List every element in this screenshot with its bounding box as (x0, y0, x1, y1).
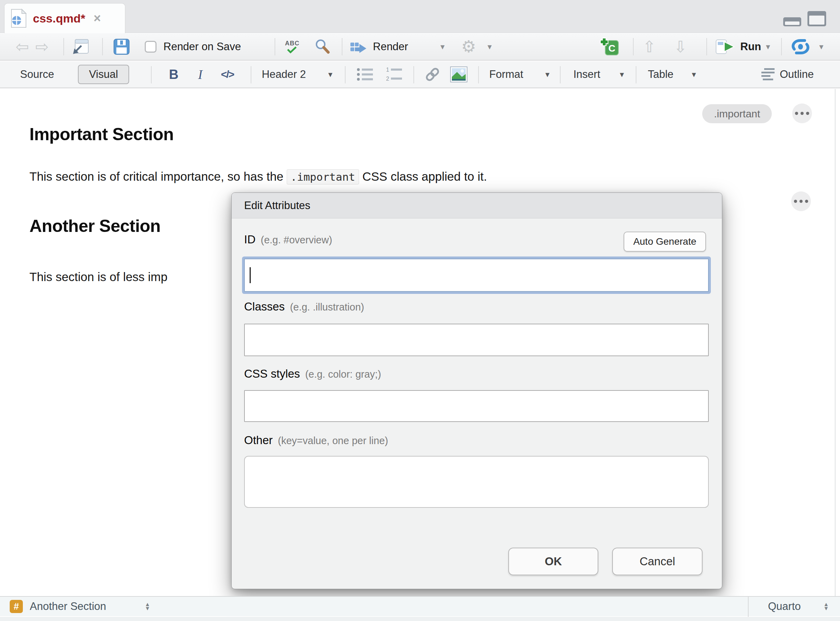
rerun-icon[interactable] (791, 39, 810, 55)
render-on-save-checkbox[interactable] (145, 41, 156, 53)
previous-chunk-icon[interactable]: ⇧ (643, 39, 656, 55)
toolbar-separator (707, 38, 707, 55)
run-icon[interactable] (715, 38, 737, 55)
run-caret-icon[interactable]: ▾ (766, 42, 770, 51)
statusbar-divider (748, 597, 749, 617)
render-icon[interactable] (350, 39, 368, 55)
minimize-pane-icon[interactable] (783, 17, 801, 26)
id-field-label: ID (e.g. #overview) (244, 233, 332, 246)
svg-text:C: C (608, 43, 615, 54)
format-stepper-icon[interactable]: ▲▼ (823, 602, 829, 610)
paragraph-1-tail: CSS class applied to it. (359, 170, 487, 183)
next-chunk-icon[interactable]: ⇩ (674, 39, 687, 55)
format-caret-icon[interactable]: ▾ (545, 70, 549, 79)
code-icon[interactable]: </> (221, 68, 234, 80)
rerun-caret-icon[interactable]: ▾ (819, 42, 823, 51)
link-icon[interactable] (423, 65, 441, 83)
document-format-selector[interactable]: Quarto (768, 600, 801, 613)
important-class-badge[interactable]: .important (702, 104, 772, 123)
header-style-dropdown[interactable]: Header 2 (262, 68, 306, 81)
id-label: ID (244, 233, 256, 246)
toolbar-separator (781, 38, 782, 55)
image-icon[interactable] (450, 67, 467, 82)
paragraph-2: This section is of less imp (29, 270, 168, 284)
open-in-window-icon[interactable] (71, 38, 90, 55)
paragraph-1: This section is of critical importance, … (29, 170, 487, 183)
auto-generate-label: Auto Generate (633, 236, 696, 247)
id-input[interactable] (244, 259, 709, 292)
toolbar-separator (274, 38, 275, 55)
inline-code: .important (287, 169, 359, 185)
insert-caret-icon[interactable]: ▾ (620, 70, 624, 79)
gear-caret-icon[interactable]: ▾ (488, 42, 492, 51)
css-styles-hint: (e.g. color: gray;) (305, 369, 381, 380)
table-caret-icon[interactable]: ▾ (692, 70, 696, 79)
bullet-list-icon[interactable] (356, 67, 374, 82)
editor-tab[interactable]: css.qmd* × (4, 3, 125, 33)
insert-menu[interactable]: Insert (573, 68, 600, 81)
tab-title: css.qmd* (33, 12, 85, 25)
other-textarea[interactable] (244, 456, 709, 508)
section-options-button[interactable] (792, 103, 812, 123)
italic-icon[interactable]: I (198, 67, 203, 82)
edit-attributes-dialog: Edit Attributes ID (e.g. #overview) Auto… (231, 192, 722, 589)
toolbar-separator (478, 66, 479, 83)
auto-generate-button[interactable]: Auto Generate (623, 232, 706, 251)
format-menu[interactable]: Format (489, 68, 523, 81)
numbered-list-icon[interactable]: 1 2 (385, 67, 403, 82)
css-styles-label: CSS styles (244, 367, 300, 380)
other-label: Other (244, 434, 273, 447)
render-on-save-label: Render on Save (164, 41, 241, 53)
render-caret-icon[interactable]: ▾ (440, 42, 444, 51)
toolbar-separator (102, 38, 103, 55)
maximize-pane-icon[interactable] (807, 11, 826, 26)
visual-mode-button[interactable]: Visual (78, 65, 129, 84)
run-button[interactable]: Run (740, 41, 761, 53)
toolbar-separator (151, 66, 152, 83)
current-section-selector[interactable]: Another Section (30, 600, 106, 613)
forward-icon[interactable]: ⇨ (35, 39, 49, 55)
classes-field-label: Classes (e.g. .illustration) (244, 300, 364, 313)
source-mode-button[interactable]: Source (20, 68, 54, 81)
gear-icon[interactable]: ⚙ (461, 38, 476, 55)
css-styles-input[interactable] (244, 390, 709, 422)
bold-icon[interactable]: B (169, 67, 178, 82)
other-field-label: Other (key=value, one per line) (244, 434, 388, 447)
save-icon[interactable] (114, 39, 129, 55)
visual-mode-label: Visual (89, 68, 118, 81)
header-caret-icon[interactable]: ▾ (328, 70, 332, 79)
toolbar-separator (251, 66, 252, 83)
svg-text:1: 1 (386, 67, 389, 73)
quarto-file-icon (11, 9, 27, 28)
outline-toggle[interactable]: Outline (780, 68, 814, 81)
tab-close-icon[interactable]: × (94, 12, 101, 24)
section-options-button[interactable] (791, 191, 811, 211)
outline-icon[interactable] (759, 68, 775, 81)
section-heading-1: Important Section (29, 124, 174, 144)
section-heading-2: Another Section (29, 216, 161, 236)
classes-input[interactable] (244, 324, 709, 356)
pane-controls (783, 11, 826, 26)
search-icon[interactable] (314, 38, 331, 55)
text-cursor (250, 267, 251, 283)
toolbar-separator (342, 38, 343, 55)
format-toolbar: Source Visual B I </> Header 2 ▾ 1 2 (0, 61, 840, 88)
back-icon[interactable]: ⇦ (15, 39, 29, 55)
section-stepper-icon[interactable]: ▲▼ (145, 602, 150, 610)
other-hint: (key=value, one per line) (278, 435, 388, 447)
rstudio-window: css.qmd* × ⇦ ⇨ (0, 0, 840, 621)
spellcheck-icon[interactable]: ABC (285, 40, 300, 53)
render-button[interactable]: Render (373, 41, 408, 53)
insert-chunk-icon[interactable]: C (600, 37, 620, 56)
toolbar-separator (560, 66, 561, 83)
css-styles-field-label: CSS styles (e.g. color: gray;) (244, 367, 381, 380)
toolbar-separator (414, 66, 414, 83)
ok-button[interactable]: OK (508, 548, 598, 575)
main-toolbar: ⇦ ⇨ Render on Save ABC (0, 33, 840, 61)
svg-text:2: 2 (386, 76, 389, 82)
heading-hash-icon: # (10, 600, 23, 613)
cancel-button[interactable]: Cancel (612, 548, 702, 575)
table-menu[interactable]: Table (648, 68, 673, 81)
classes-hint: (e.g. .illustration) (290, 301, 364, 313)
scrollbar-track[interactable] (835, 89, 835, 596)
